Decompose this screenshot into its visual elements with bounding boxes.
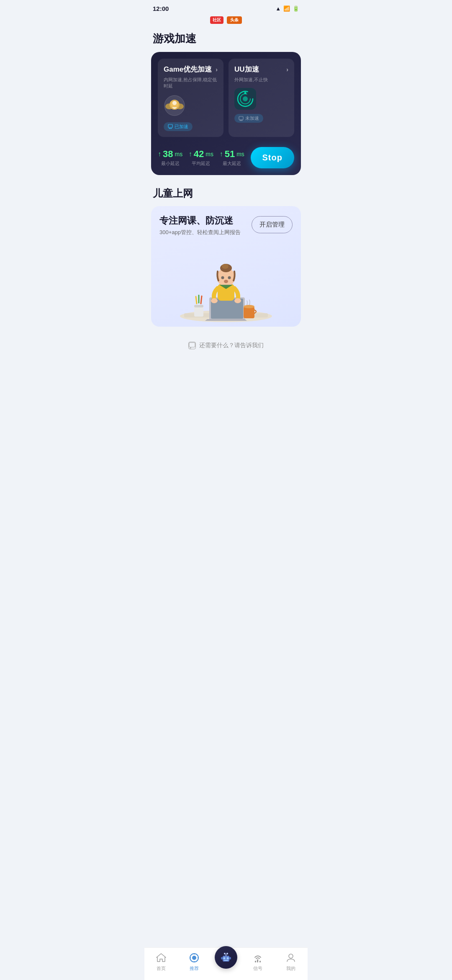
uu-desc: 外网加速,不止快: [234, 77, 288, 83]
children-card-desc: 300+app管控、轻松查阅上网报告: [159, 229, 241, 236]
ad-badge-news: 头条: [227, 16, 242, 24]
status-time: 12:00: [153, 5, 169, 12]
game-options: Game优先加速 › 内网加速,抢占保障,稳定低时延: [158, 59, 294, 137]
uu-title: UU加速 ›: [234, 64, 288, 74]
min-latency-label: 最小延迟: [161, 160, 180, 167]
ads-bar: 社区 头条: [144, 14, 308, 26]
game-avatar-icon: [164, 95, 218, 118]
avg-latency-value: ↑ 42 ms: [189, 149, 213, 160]
arrow-up-icon: ↑: [158, 150, 161, 158]
svg-rect-14: [239, 116, 243, 120]
max-latency-value: ↑ 51 ms: [220, 149, 244, 160]
min-latency-value: ↑ 38 ms: [158, 149, 182, 160]
wifi-status-icon: 📶: [283, 5, 290, 12]
children-section-title: 儿童上网: [144, 185, 308, 206]
svg-line-25: [196, 297, 197, 304]
children-illustration: [159, 243, 293, 327]
inactive-status-badge: 未加速: [234, 114, 263, 123]
svg-point-38: [234, 298, 241, 303]
game-priority-option[interactable]: Game优先加速 › 内网加速,抢占保障,稳定低时延: [158, 59, 223, 137]
child-figure-svg: [176, 243, 276, 327]
avg-latency: ↑ 42 ms 平均延迟: [189, 149, 213, 167]
svg-rect-28: [244, 307, 254, 318]
ad-badge-community: 社区: [210, 16, 223, 24]
svg-point-36: [224, 280, 228, 283]
manage-button[interactable]: 开启管理: [252, 216, 293, 233]
avg-latency-label: 平均延迟: [192, 160, 210, 167]
page-title: 游戏加速: [144, 26, 308, 52]
uu-accel-option[interactable]: UU加速 › 外网加速,不止快 未加速: [229, 59, 294, 137]
svg-point-35: [228, 276, 231, 279]
max-arrow-icon: ↑: [220, 150, 223, 158]
uu-arrow-icon: ›: [286, 66, 288, 73]
feedback-bar[interactable]: 还需要什么？请告诉我们: [144, 335, 308, 356]
chat-icon: [188, 342, 196, 349]
svg-point-33: [222, 264, 229, 269]
svg-point-5: [172, 101, 177, 105]
svg-rect-39: [189, 343, 195, 347]
signal-status-icon: ▲: [275, 5, 281, 12]
children-internet-card: 专注网课、防沉迷 300+app管控、轻松查阅上网报告 开启管理: [151, 206, 301, 327]
latency-row: ↑ 38 ms 最小延迟 ↑ 42 ms 平均延迟 ↑ 51 ms 最大延迟 S…: [158, 145, 294, 168]
svg-point-12: [243, 96, 248, 101]
svg-rect-24: [194, 305, 203, 307]
stop-button[interactable]: Stop: [251, 147, 294, 168]
screen-icon: [168, 124, 173, 129]
feedback-text: 还需要什么？请告诉我们: [199, 342, 264, 349]
bottom-spacer: [144, 356, 308, 389]
uu-logo-icon: [234, 88, 256, 110]
status-icons: ▲ 📶 🔋: [275, 5, 299, 12]
children-card-header: 专注网课、防沉迷 300+app管控、轻松查阅上网报告 开启管理: [159, 214, 293, 236]
status-bar: 12:00 ▲ 📶 🔋: [144, 0, 308, 14]
svg-point-34: [221, 276, 224, 279]
svg-point-29: [244, 305, 254, 308]
avg-arrow-icon: ↑: [189, 150, 192, 158]
game-priority-desc: 内网加速,抢占保障,稳定低时延: [164, 77, 218, 90]
svg-line-27: [201, 296, 202, 304]
battery-status-icon: 🔋: [293, 5, 299, 12]
game-priority-title: Game优先加速 ›: [164, 64, 218, 74]
active-status-badge: 已加速: [164, 122, 193, 131]
svg-point-37: [211, 298, 218, 303]
game-accel-card: Game优先加速 › 内网加速,抢占保障,稳定低时延: [151, 52, 301, 175]
svg-rect-6: [168, 124, 172, 128]
min-latency: ↑ 38 ms 最小延迟: [158, 149, 182, 167]
svg-point-13: [244, 92, 247, 94]
children-card-text: 专注网课、防沉迷 300+app管控、轻松查阅上网报告: [159, 214, 241, 236]
children-card-title: 专注网课、防沉迷: [159, 214, 241, 227]
max-latency-label: 最大延迟: [223, 160, 241, 167]
screen-inactive-icon: [239, 116, 244, 121]
arrow-right-icon: ›: [216, 66, 218, 73]
max-latency: ↑ 51 ms 最大延迟: [220, 149, 244, 167]
